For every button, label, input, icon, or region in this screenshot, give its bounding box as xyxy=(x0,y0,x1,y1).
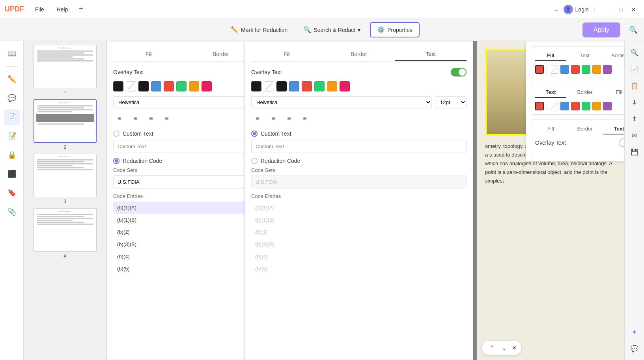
right-icon-chat[interactable]: 💬 xyxy=(628,342,641,355)
maximize-button[interactable]: □ xyxy=(617,6,625,13)
right-icon-save[interactable]: 💾 xyxy=(628,145,641,159)
sidebar-icon-layers[interactable]: ⬛ xyxy=(4,166,20,182)
code-entry-b4-right[interactable]: (b)(4) xyxy=(251,250,467,263)
props-swatch-slash-1[interactable] xyxy=(550,65,558,74)
tab-fill-left[interactable]: Fill xyxy=(113,48,185,61)
login-button[interactable]: 👤 Login xyxy=(564,5,589,14)
nav-up-button[interactable]: ⌃ xyxy=(487,343,496,353)
minimize-button[interactable]: — xyxy=(605,6,612,13)
color-swatch-yellow-r[interactable] xyxy=(327,81,337,91)
props-tab-fill-1[interactable]: Fill xyxy=(535,50,566,61)
mark-for-redaction-button[interactable]: ✏️ Mark for Redaction xyxy=(224,23,294,37)
align-right-button-r[interactable]: ≡ xyxy=(283,113,295,124)
align-right-button[interactable]: ≡ xyxy=(145,113,157,124)
sidebar-icon-pages[interactable]: 📄 xyxy=(4,109,20,125)
sidebar-icon-protect[interactable]: 🔒 xyxy=(4,147,20,163)
props-swatch-yellow-1[interactable] xyxy=(592,65,601,74)
props-swatch-teal-2[interactable] xyxy=(582,102,590,110)
code-entry-b5-right[interactable]: (b)(5) xyxy=(251,263,467,275)
list-item[interactable]: About The Author 3 xyxy=(28,154,102,204)
color-swatch-slash[interactable] xyxy=(126,81,136,91)
overlay-toggle-right[interactable] xyxy=(451,68,467,76)
redaction-code-radio-left[interactable] xyxy=(113,158,119,164)
color-swatch-teal[interactable] xyxy=(176,81,187,91)
nav-down-button[interactable]: ⌄ xyxy=(499,343,509,353)
custom-text-radio-left[interactable] xyxy=(113,131,119,137)
props-swatch-slash-2[interactable] xyxy=(550,102,558,110)
sidebar-icon-bookmark[interactable]: 🔖 xyxy=(4,185,20,201)
color-swatch-red[interactable] xyxy=(164,81,174,91)
props-swatch-red-2[interactable] xyxy=(535,102,544,110)
props-swatch-red2-1[interactable] xyxy=(571,65,580,74)
close-panel-button[interactable]: ✕ xyxy=(512,345,517,351)
props-swatch-teal-1[interactable] xyxy=(582,65,590,74)
color-swatch-red-r[interactable] xyxy=(302,81,312,91)
sidebar-icon-attach[interactable]: 📎 xyxy=(4,204,20,220)
props-tab-border-2[interactable]: Border xyxy=(569,87,601,98)
tab-fill-right[interactable]: Fill xyxy=(251,48,323,61)
right-icon-file[interactable]: 📄 xyxy=(628,62,641,76)
color-swatch-pink[interactable] xyxy=(202,81,212,91)
right-icon-search[interactable]: 🔍 xyxy=(628,46,641,59)
props-swatch-red2-2[interactable] xyxy=(571,102,580,110)
custom-text-input-right[interactable] xyxy=(251,140,467,153)
sidebar-icon-comments[interactable]: 💬 xyxy=(4,90,20,106)
properties-button[interactable]: ⚙️ Properties xyxy=(370,22,420,37)
size-select-right[interactable]: 12pt xyxy=(435,96,467,108)
right-icon-upload[interactable]: ⬆ xyxy=(628,112,641,125)
code-entry-b1b-right[interactable]: (b)(1)(B) xyxy=(251,214,467,226)
color-swatch-dark-r[interactable] xyxy=(276,81,287,91)
color-swatch-black[interactable] xyxy=(113,81,123,91)
props-swatch-red-1[interactable] xyxy=(535,65,544,74)
props-tab-fill-3[interactable]: Fill xyxy=(535,124,566,134)
props-tab-text-1[interactable]: Text xyxy=(569,50,601,61)
color-swatch-pink-r[interactable] xyxy=(340,81,350,91)
align-left-button[interactable]: ≡ xyxy=(113,113,126,124)
menu-help[interactable]: Help xyxy=(54,5,71,14)
align-center-button-r[interactable]: ≡ xyxy=(267,113,280,124)
props-tab-border-3[interactable]: Border xyxy=(569,124,601,134)
color-swatch-dark[interactable] xyxy=(138,81,149,91)
props-swatch-blue-1[interactable] xyxy=(560,65,569,74)
apply-button[interactable]: Apply xyxy=(582,22,620,37)
props-swatch-purple-1[interactable] xyxy=(603,65,612,74)
search-toolbar-icon[interactable]: 🔍 xyxy=(629,26,638,34)
props-tab-text-2[interactable]: Text xyxy=(535,87,566,98)
list-item[interactable]: About The Author 1 xyxy=(28,45,102,95)
right-icon-pdf[interactable]: 📋 xyxy=(628,79,641,92)
font-select-right[interactable]: Helvetica xyxy=(251,96,432,108)
color-swatch-black-r[interactable] xyxy=(251,81,261,91)
tab-text-right[interactable]: Text xyxy=(395,48,467,61)
align-center-button[interactable]: ≡ xyxy=(129,113,142,124)
list-item[interactable]: About The Author 2 xyxy=(28,99,102,150)
code-sets-select-right[interactable]: U.S.FOIA xyxy=(251,175,467,188)
right-icon-brand[interactable]: ✦ xyxy=(628,325,641,339)
props-swatch-blue-2[interactable] xyxy=(560,102,569,110)
align-left-button-r[interactable]: ≡ xyxy=(251,113,264,124)
new-tab-button[interactable]: + xyxy=(79,5,83,14)
right-icon-download[interactable]: ⬇ xyxy=(628,95,641,109)
tab-border-right[interactable]: Border xyxy=(323,48,395,61)
search-redact-button[interactable]: 🔍 Search & Redact ▾ xyxy=(297,23,367,37)
color-swatch-slash-r[interactable] xyxy=(264,81,274,91)
chevron-down-icon[interactable]: ⌄ xyxy=(554,6,559,13)
color-swatch-teal-r[interactable] xyxy=(314,81,325,91)
list-item[interactable]: About The Author 4 xyxy=(28,208,102,259)
redaction-code-radio-right[interactable] xyxy=(251,158,258,164)
props-swatch-purple-2[interactable] xyxy=(603,102,612,110)
color-swatch-blue-r[interactable] xyxy=(289,81,299,91)
align-justify-button[interactable]: ≡ xyxy=(161,113,173,124)
custom-text-radio-right[interactable] xyxy=(251,131,258,137)
close-button[interactable]: ✕ xyxy=(630,6,638,13)
right-icon-email[interactable]: ✉ xyxy=(628,129,641,142)
menu-file[interactable]: File xyxy=(32,5,47,14)
sidebar-icon-form[interactable]: 📝 xyxy=(4,128,20,144)
code-entry-b1a-right[interactable]: (b)(1)(A) xyxy=(251,201,467,214)
color-swatch-blue[interactable] xyxy=(151,81,161,91)
code-entry-b2-right[interactable]: (b)(2) xyxy=(251,226,467,238)
code-entry-b3b-right[interactable]: (b)(3)(B) xyxy=(251,238,467,250)
props-swatch-yellow-2[interactable] xyxy=(592,102,601,110)
sidebar-icon-edit[interactable]: ✏️ xyxy=(4,71,20,87)
color-swatch-yellow[interactable] xyxy=(189,81,199,91)
sidebar-icon-reader[interactable]: 📖 xyxy=(4,46,20,62)
